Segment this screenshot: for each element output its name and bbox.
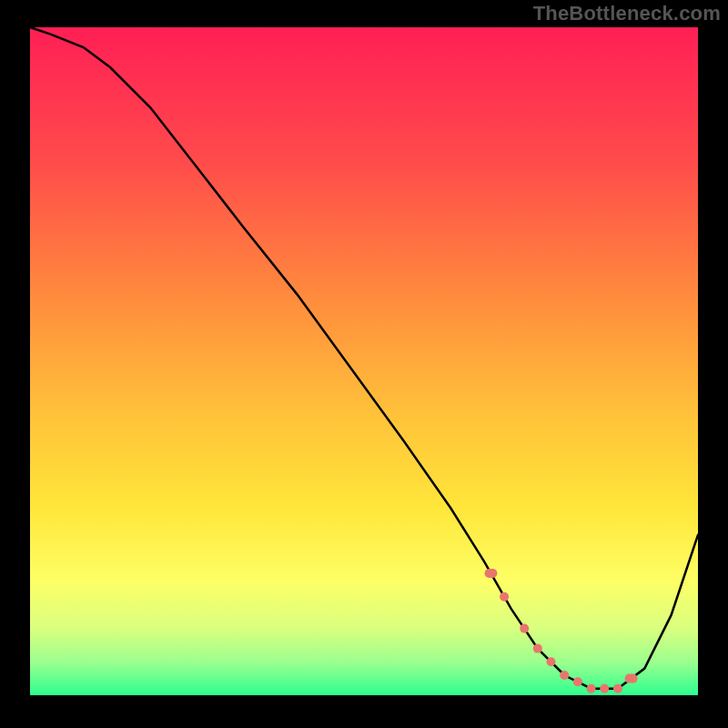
- optimal-marker: [533, 644, 542, 653]
- optimal-marker: [587, 684, 596, 693]
- optimal-marker: [500, 592, 509, 602]
- optimal-marker: [625, 674, 638, 683]
- viewport: TheBottleneck.com: [0, 0, 728, 728]
- watermark-text: TheBottleneck.com: [533, 2, 721, 25]
- optimal-marker: [485, 569, 498, 578]
- optimal-marker: [600, 684, 609, 693]
- optimal-marker: [520, 624, 529, 633]
- optimal-marker: [613, 684, 622, 693]
- bottleneck-chart: [0, 0, 728, 728]
- plot-background: [30, 27, 698, 695]
- optimal-marker: [573, 677, 582, 686]
- optimal-marker: [560, 671, 569, 680]
- optimal-marker: [547, 657, 556, 666]
